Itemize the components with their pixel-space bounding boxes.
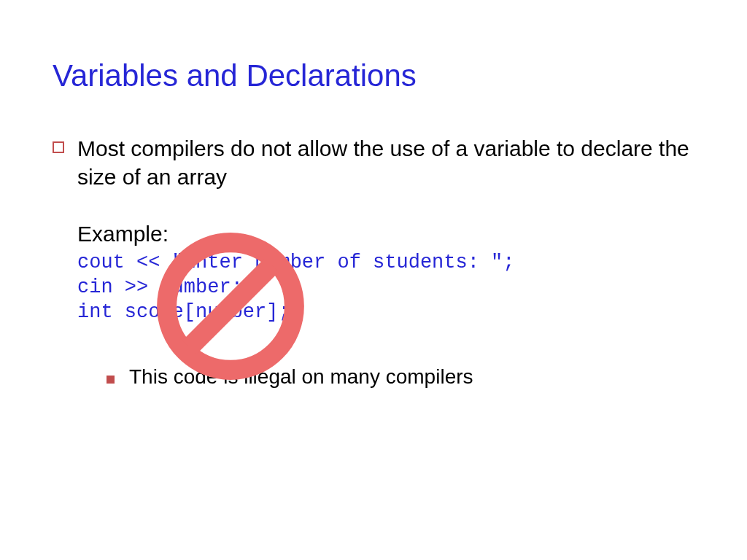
slide-title: Variables and Declarations xyxy=(53,58,694,93)
code-line-2: cin >> number; xyxy=(77,276,243,298)
sub-bullet-text: This code is illegal on many compilers xyxy=(129,365,473,389)
code-line-1: cout << "Enter number of students: "; xyxy=(77,252,515,273)
example-label: Example: xyxy=(77,222,694,246)
bullet-item-1: Most compilers do not allow the use of a… xyxy=(53,134,694,191)
slide-container: Variables and Declarations Most compiler… xyxy=(0,0,747,425)
bullet-marker-hollow xyxy=(53,141,64,153)
code-line-3: int score[number]; xyxy=(77,301,290,323)
bullet-text-1: Most compilers do not allow the use of a… xyxy=(77,134,694,191)
bullet-marker-filled xyxy=(107,376,115,384)
sub-bullet-item: This code is illegal on many compilers xyxy=(107,365,694,389)
code-block: cout << "Enter number of students: "; ci… xyxy=(77,251,694,324)
